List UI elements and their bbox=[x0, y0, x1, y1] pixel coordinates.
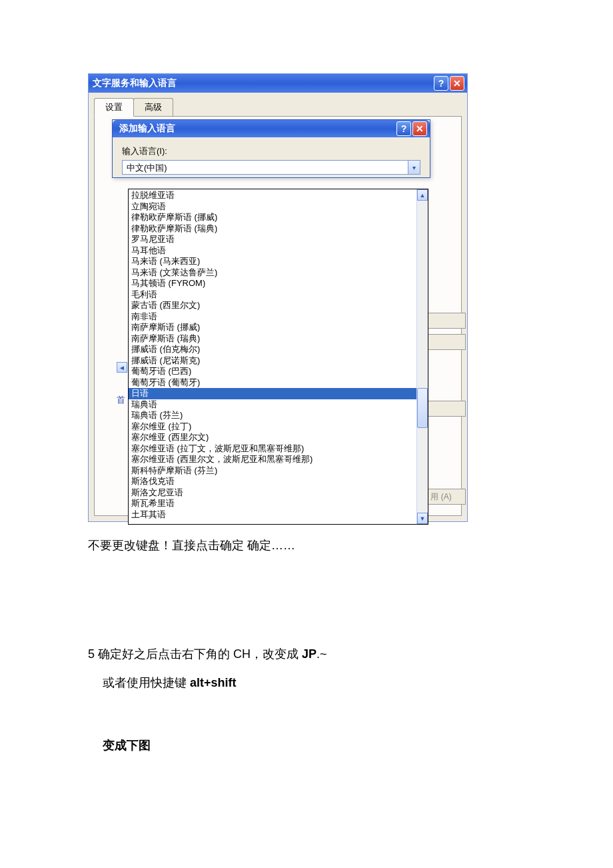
language-option[interactable]: 塞尔维亚语 (西里尔文，波斯尼亚和黑塞哥维那) bbox=[129, 454, 416, 465]
close-icon[interactable]: ✕ bbox=[450, 76, 464, 91]
pref-label-fragment: 首 bbox=[117, 394, 125, 406]
language-option[interactable]: 马来语 (马来西亚) bbox=[129, 256, 416, 267]
language-option[interactable]: 蒙古语 (西里尔文) bbox=[129, 300, 416, 311]
help-icon[interactable]: ? bbox=[434, 76, 448, 91]
chevron-down-icon[interactable]: ▾ bbox=[408, 161, 420, 174]
doc-shortcut: 或者使用快捷键 alt+shift bbox=[88, 669, 468, 697]
language-option[interactable]: 南萨摩斯语 (瑞典) bbox=[129, 333, 416, 345]
language-option[interactable]: 罗马尼亚语 bbox=[129, 234, 416, 245]
language-option[interactable]: 斯洛文尼亚语 bbox=[129, 487, 416, 499]
language-option[interactable]: 葡萄牙语 (葡萄牙) bbox=[129, 377, 416, 389]
tab-strip: 设置 高级 bbox=[94, 98, 462, 117]
doc-step5: 5 确定好之后点击右下角的 CH，改变成 JP.~ bbox=[88, 640, 468, 669]
scroll-up-icon[interactable]: ▲ bbox=[417, 189, 428, 201]
input-language-combobox[interactable]: 中文(中国) ▾ bbox=[122, 160, 420, 175]
language-option[interactable]: 土耳其语 bbox=[129, 509, 416, 521]
outer-titlebar[interactable]: 文字服务和输入语言 ? ✕ bbox=[89, 74, 467, 93]
doc-final: 变成下图 bbox=[103, 739, 151, 752]
scroll-thumb[interactable] bbox=[417, 388, 428, 428]
language-option[interactable]: 律勒欧萨摩斯语 (挪威) bbox=[129, 212, 416, 223]
language-option[interactable]: 塞尔维亚 (拉丁) bbox=[129, 421, 416, 433]
language-option[interactable]: 塞尔维亚 (西里尔文) bbox=[129, 432, 416, 443]
language-option[interactable]: 马其顿语 (FYROM) bbox=[129, 278, 416, 289]
doc-line-1: 不要更改键盘！直接点击确定 确定…… bbox=[88, 531, 468, 560]
inner-dialog-title: 添加输入语言 bbox=[119, 123, 175, 135]
inner-titlebar[interactable]: 添加输入语言 ? ✕ bbox=[113, 120, 430, 137]
scroll-left-icon[interactable]: ◄ bbox=[117, 362, 127, 373]
language-option[interactable]: 毛利语 bbox=[129, 289, 416, 301]
language-dropdown-list[interactable]: 拉脱维亚语立陶宛语律勒欧萨摩斯语 (挪威)律勒欧萨摩斯语 (瑞典)罗马尼亚语马耳… bbox=[128, 189, 428, 525]
language-option[interactable]: 日语 bbox=[129, 388, 416, 399]
tab-settings[interactable]: 设置 bbox=[94, 98, 134, 117]
language-option[interactable]: 拉脱维亚语 bbox=[129, 190, 416, 201]
language-option[interactable]: 马来语 (文莱达鲁萨兰) bbox=[129, 267, 416, 279]
tab-advanced[interactable]: 高级 bbox=[133, 98, 173, 117]
combobox-value: 中文(中国) bbox=[123, 161, 408, 174]
scroll-down-icon[interactable]: ▼ bbox=[417, 513, 428, 524]
language-option[interactable]: 挪威语 (伯克梅尔) bbox=[129, 344, 416, 355]
language-option[interactable]: 塞尔维亚语 (拉丁文，波斯尼亚和黑塞哥维那) bbox=[129, 443, 416, 455]
language-option[interactable]: 瑞典语 bbox=[129, 399, 416, 411]
language-option[interactable]: 瑞典语 (芬兰) bbox=[129, 410, 416, 421]
inner-help-icon[interactable]: ? bbox=[396, 121, 411, 136]
language-option[interactable]: 葡萄牙语 (巴西) bbox=[129, 366, 416, 377]
language-option[interactable]: 斯科特萨摩斯语 (芬兰) bbox=[129, 465, 416, 477]
add-input-language-dialog: 添加输入语言 ? ✕ 输入语言(I): 中文(中国) ▾ bbox=[112, 119, 430, 178]
language-option[interactable]: 挪威语 (尼诺斯克) bbox=[129, 355, 416, 367]
input-language-label: 输入语言(I): bbox=[122, 145, 420, 157]
outer-window-title: 文字服务和输入语言 bbox=[93, 77, 177, 89]
outer-window: 文字服务和输入语言 ? ✕ 设置 高级 ◄ 首 用 (A) 添加输入语言 ? bbox=[88, 73, 468, 522]
language-option[interactable]: 南萨摩斯语 (挪威) bbox=[129, 322, 416, 333]
language-option[interactable]: 南非语 bbox=[129, 311, 416, 323]
inner-close-icon[interactable]: ✕ bbox=[412, 121, 427, 136]
language-option[interactable]: 马耳他语 bbox=[129, 245, 416, 257]
document-text: 不要更改键盘！直接点击确定 确定…… 5 确定好之后点击右下角的 CH，改变成 … bbox=[88, 531, 468, 760]
language-option[interactable]: 斯洛伐克语 bbox=[129, 476, 416, 487]
language-option[interactable]: 立陶宛语 bbox=[129, 201, 416, 213]
dropdown-scrollbar[interactable]: ▲ ▼ bbox=[416, 189, 428, 524]
language-option[interactable]: 斯瓦希里语 bbox=[129, 498, 416, 509]
scroll-track[interactable] bbox=[417, 201, 428, 513]
language-option[interactable]: 律勒欧萨摩斯语 (瑞典) bbox=[129, 223, 416, 235]
